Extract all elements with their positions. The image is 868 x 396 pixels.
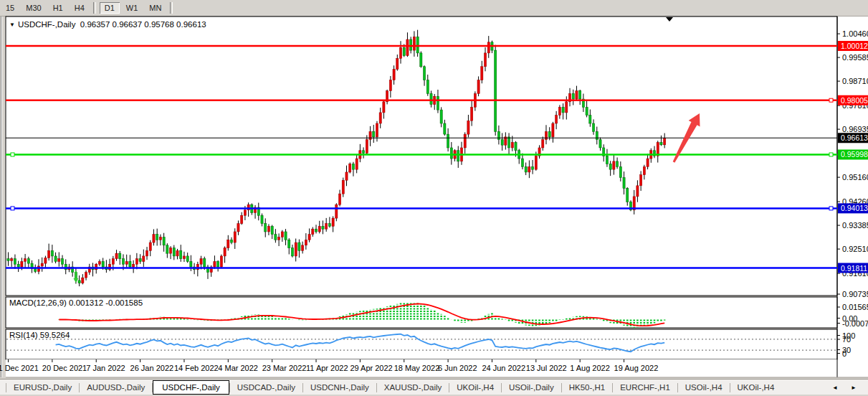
candle-body: [379, 113, 381, 123]
candle-body: [535, 156, 537, 169]
candle-body: [481, 67, 483, 80]
candle-body: [34, 269, 37, 272]
candle-body: [312, 229, 314, 235]
candle-body: [58, 259, 60, 262]
candle-body: [515, 142, 517, 150]
candle-body: [295, 242, 297, 256]
candle-body: [78, 280, 80, 283]
candle-body: [14, 259, 16, 265]
candle-body: [122, 259, 124, 265]
candle-body: [576, 91, 578, 99]
candle-body: [217, 261, 219, 267]
candle-body: [305, 240, 307, 245]
candle-body: [545, 131, 547, 139]
candle-body: [44, 258, 47, 264]
candle-body: [477, 80, 480, 94]
candle-body: [54, 256, 57, 262]
candle-body: [457, 151, 459, 161]
candle-body: [335, 204, 338, 218]
price-axis[interactable]: [837, 16, 868, 377]
line-handle[interactable]: [11, 153, 14, 156]
line-handle[interactable]: [829, 98, 833, 102]
time-axis[interactable]: [6, 360, 837, 377]
candle-body: [176, 250, 178, 256]
candle-body: [17, 264, 19, 267]
macd-indicator-label: MACD(12,26,9) 0.001312 -0.001585: [9, 298, 143, 307]
candle-body: [552, 123, 554, 137]
candle-body: [423, 67, 425, 80]
candle-body: [342, 180, 344, 194]
candle-body: [572, 93, 574, 99]
candle-body: [338, 194, 340, 204]
candle-body: [420, 53, 422, 67]
candle-body: [41, 263, 43, 266]
candle-body: [234, 232, 236, 242]
chart-ohlc-values: 0.96357 0.96637 0.95768 0.96613: [80, 20, 206, 29]
candle-body: [426, 80, 429, 94]
candle-body: [528, 166, 530, 172]
candle-body: [149, 242, 151, 250]
candle-body: [349, 164, 351, 172]
candle-body: [437, 96, 439, 110]
candle-body: [85, 273, 87, 278]
candle-body: [447, 134, 449, 148]
candle-body: [264, 224, 267, 232]
candle-body: [21, 261, 23, 267]
candle-body: [61, 259, 63, 265]
candle-body: [450, 148, 452, 159]
candle-body: [555, 116, 558, 123]
candle-body: [366, 140, 368, 154]
candle-body: [237, 224, 239, 232]
candle-body: [566, 102, 568, 113]
candle-body: [204, 259, 206, 267]
candle-body: [156, 235, 158, 240]
candle-body: [291, 248, 293, 256]
candle-body: [48, 250, 50, 258]
candle-body: [484, 53, 486, 67]
candle-body: [606, 156, 608, 164]
candle-body: [285, 232, 287, 240]
candle-body: [501, 140, 503, 146]
candle-body: [356, 159, 358, 169]
candle-body: [410, 39, 412, 50]
candle-body: [521, 159, 523, 166]
candle-body: [616, 161, 619, 167]
candle-body: [345, 172, 348, 180]
line-handle[interactable]: [829, 153, 833, 156]
candle-body: [396, 58, 399, 69]
candle-body: [403, 47, 405, 55]
candle-body: [11, 259, 13, 261]
candle-body: [230, 240, 232, 242]
candle-body: [444, 123, 446, 134]
candle-body: [664, 138, 666, 145]
candle-body: [278, 237, 280, 240]
candle-body: [267, 226, 270, 232]
candle-body: [592, 123, 594, 131]
candle-body: [609, 164, 611, 170]
candle-body: [159, 237, 161, 240]
rsi-indicator-label: RSI(14) 59.5264: [9, 331, 70, 339]
line-handle[interactable]: [11, 207, 14, 210]
candle-body: [579, 91, 581, 99]
candle-body: [180, 250, 182, 258]
rsi-pane: [6, 329, 837, 359]
macd-name: MACD(12,26,9): [9, 298, 67, 307]
candle-body: [119, 253, 121, 259]
line-handle[interactable]: [829, 207, 833, 210]
candle-body: [369, 131, 371, 139]
candle-body: [271, 226, 273, 234]
macd-values: 0.001312 -0.001585: [69, 298, 143, 307]
candle-body: [186, 256, 189, 262]
candle-body: [275, 235, 277, 240]
chart-symbol-label: USDCHF-,Daily: [18, 20, 76, 29]
candle-body: [143, 256, 145, 262]
candle-body: [464, 134, 466, 148]
candle-body: [173, 248, 175, 256]
candle-body: [399, 47, 401, 58]
chart-dropdown-icon: ▼: [9, 22, 15, 28]
candle-body: [146, 250, 148, 256]
candle-body: [169, 248, 171, 254]
chart-canvas: 1.004600.995850.987100.978100.969350.951…: [0, 0, 868, 396]
candle-body: [115, 253, 118, 259]
candle-body: [471, 107, 473, 121]
